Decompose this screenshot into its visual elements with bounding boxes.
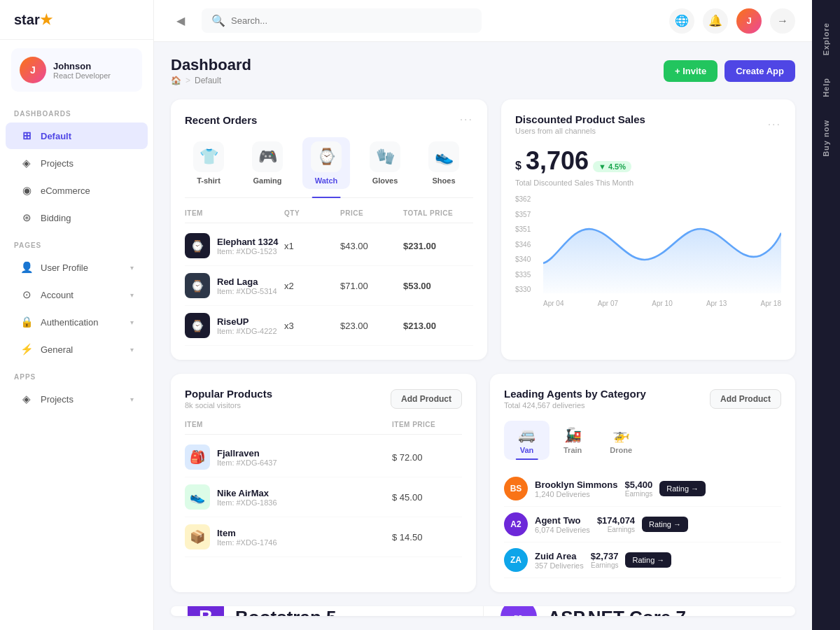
dashboard-row-1: Recent Orders ··· 👕 T-shirt 🎮 Gaming ⌚ <box>171 99 795 360</box>
tshirt-icon: 👕 <box>193 141 224 172</box>
sidebar-item-account[interactable]: ⊙ Account ▾ <box>6 281 148 308</box>
dashboard-row-2: Popular Products 8k social visitors Add … <box>171 374 795 592</box>
product-thumb: ⌚ <box>185 313 210 338</box>
card-menu-icon[interactable]: ··· <box>768 118 781 131</box>
sidebar-toggle-button[interactable]: ◀ <box>171 11 190 31</box>
products-table-header: ITEM ITEM PRICE <box>185 421 462 435</box>
card-subtitle-products: 8k social visitors <box>185 401 272 410</box>
avatar: J <box>20 57 46 83</box>
chart-svg-area <box>543 195 781 293</box>
bidding-icon: ⊛ <box>20 211 34 225</box>
sidebar-item-label: Projects <box>41 394 74 405</box>
card-header: Popular Products 8k social visitors Add … <box>185 388 462 410</box>
tab-tshirt[interactable]: 👕 T-shirt <box>185 137 232 189</box>
banner-left: B Bootstrap 5 <box>171 606 484 616</box>
card-title-products: Popular Products <box>185 388 272 400</box>
chevron-down-icon: ▾ <box>130 291 134 299</box>
card-subtitle-agents: Total 424,567 deliveries <box>504 401 646 410</box>
sidebar-item-label: Bidding <box>41 213 71 223</box>
header-actions: + Invite Create App <box>664 60 795 82</box>
projects-app-icon: ◈ <box>20 392 34 406</box>
card-title-recent-orders: Recent Orders <box>185 114 257 126</box>
card-menu-icon[interactable]: ··· <box>460 113 473 126</box>
user-name: Johnson <box>53 61 111 71</box>
sidebar-item-general[interactable]: ⚡ General ▾ <box>6 336 148 363</box>
list-item: 👟 Nike AirMax Item: #XDG-1836 $ 45.00 <box>185 477 462 517</box>
globe-icon-button[interactable]: 🌐 <box>669 8 694 34</box>
add-product-button[interactable]: Add Product <box>391 389 462 409</box>
orders-table-header: ITEM QTY PRICE TOTAL PRICE <box>185 209 473 223</box>
invite-button[interactable]: + Invite <box>664 60 718 82</box>
sidebar-item-bidding[interactable]: ⊛ Bidding <box>6 204 148 231</box>
sales-description: Total Discounted Sales This Month <box>515 178 781 187</box>
tab-gloves[interactable]: 🧤 Gloves <box>361 137 409 189</box>
sidebar-item-label: Default <box>41 131 71 141</box>
rating-button[interactable]: Rating → <box>642 517 688 532</box>
sidebar-item-projects[interactable]: ◈ Projects <box>6 150 148 176</box>
discounted-sales-card: Discounted Product Sales Users from all … <box>501 99 795 360</box>
sidebar-item-authentication[interactable]: 🔒 Authentication ▾ <box>6 309 148 335</box>
aspnet-label: ASP.NET Core 7 <box>548 607 686 617</box>
add-product-agents-button[interactable]: Add Product <box>710 389 781 409</box>
avatar: ZA <box>504 548 528 572</box>
list-item: ZA Zuid Area 357 Deliveries $2,737 Earni… <box>504 542 781 578</box>
product-thumb: ⌚ <box>185 233 210 258</box>
notification-icon-button[interactable]: 🔔 <box>703 8 728 34</box>
sidebar-item-projects-app[interactable]: ◈ Projects ▾ <box>6 386 148 412</box>
tab-shoes[interactable]: 👟 Shoes <box>420 137 468 189</box>
chevron-down-icon: ▾ <box>130 346 134 354</box>
tab-watch[interactable]: ⌚ Watch <box>302 137 350 189</box>
card-subtitle-sales: Users from all channels <box>515 127 645 135</box>
rating-button[interactable]: Rating → <box>659 481 706 496</box>
topbar-avatar[interactable]: J <box>736 8 762 34</box>
topbar-right: 🌐 🔔 J → <box>669 8 795 34</box>
buy-now-link[interactable]: Buy now <box>822 108 830 168</box>
rating-button[interactable]: Rating → <box>625 552 671 568</box>
list-item: BS Brooklyn Simmons 1,240 Deliveries $5,… <box>504 471 781 507</box>
card-header: Leading Agents by Category Total 424,567… <box>504 388 781 410</box>
tab-train[interactable]: 🚂 Train <box>550 421 596 460</box>
gloves-icon: 🧤 <box>370 141 400 172</box>
sidebar-section-dashboards: DASHBOARDS ⊞ Default ◈ Projects ◉ eComme… <box>0 100 153 232</box>
section-label-apps: APPS <box>0 363 153 385</box>
sidebar-item-label: Authentication <box>41 317 98 328</box>
table-row: ⌚ Red Laga Item: #XDG-5314 x2 $71.00 $53… <box>185 266 473 306</box>
chart-y-axis: $362 $357 $351 $346 $340 $335 $330 <box>515 195 531 293</box>
avatar: A2 <box>504 512 528 536</box>
create-app-button[interactable]: Create App <box>724 60 795 82</box>
card-header: Recent Orders ··· <box>185 113 473 126</box>
sales-amount: $ 3,706 ▼ 4.5% <box>515 146 781 176</box>
grid-icon: ⊞ <box>20 129 34 143</box>
arrow-right-icon[interactable]: → <box>770 8 795 34</box>
chevron-down-icon: ▾ <box>130 396 134 403</box>
agent-tabs: 🚐 Van 🚂 Train 🚁 Drone <box>504 421 781 460</box>
chevron-down-icon: ▾ <box>130 318 134 326</box>
card-header: Discounted Product Sales Users from all … <box>515 113 781 135</box>
page-header-left: Dashboard 🏠 > Default <box>171 56 251 85</box>
list-item: 📦 Item Item: #XDG-1746 $ 14.50 <box>185 517 462 557</box>
tab-van[interactable]: 🚐 Van <box>504 421 550 460</box>
search-input[interactable] <box>231 15 472 26</box>
sidebar-item-label: Account <box>41 290 74 300</box>
sidebar-item-user-profile[interactable]: 👤 User Profile ▾ <box>6 254 148 281</box>
ecommerce-icon: ◉ <box>20 183 34 197</box>
right-sidebar: Explore Help Buy now <box>812 0 840 630</box>
explore-link[interactable]: Explore <box>822 11 830 66</box>
user-icon: 👤 <box>20 260 34 274</box>
orders-table: ITEM QTY PRICE TOTAL PRICE ⌚ Elephant 13… <box>185 209 473 346</box>
bottom-banner: B Bootstrap 5 re ASP.NET Core 7 <box>171 606 795 616</box>
projects-icon: ◈ <box>20 156 34 170</box>
help-link[interactable]: Help <box>822 66 830 108</box>
general-icon: ⚡ <box>20 342 34 356</box>
sidebar: star★ J Johnson React Developer DASHBOAR… <box>0 0 154 630</box>
tab-drone[interactable]: 🚁 Drone <box>596 421 646 460</box>
drone-icon: 🚁 <box>612 426 630 443</box>
recent-orders-card: Recent Orders ··· 👕 T-shirt 🎮 Gaming ⌚ <box>171 99 487 360</box>
product-icon: 🎒 <box>185 444 210 470</box>
sidebar-item-ecommerce[interactable]: ◉ eCommerce <box>6 177 148 204</box>
breadcrumb-current: Default <box>195 76 221 85</box>
sales-badge: ▼ 4.5% <box>593 161 631 172</box>
tab-gaming[interactable]: 🎮 Gaming <box>244 137 291 189</box>
sidebar-item-default[interactable]: ⊞ Default <box>6 122 148 149</box>
watch-icon: ⌚ <box>311 141 342 172</box>
